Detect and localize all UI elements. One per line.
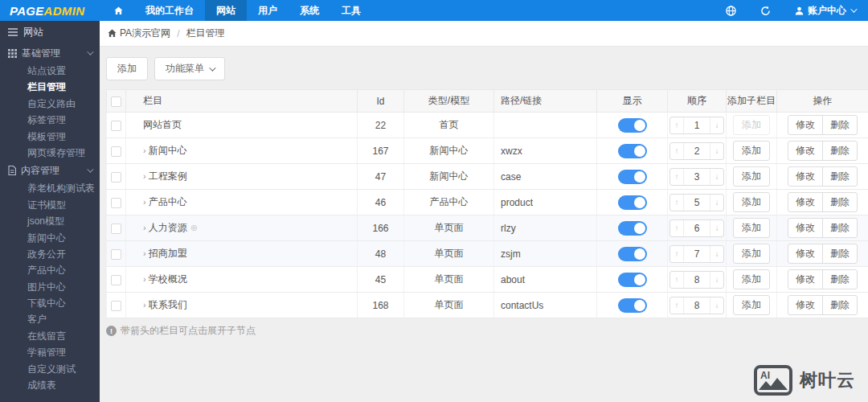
order-up-button[interactable]: ↑ [670,297,683,314]
account-menu[interactable]: 账户中心 [795,4,855,18]
expand-arrow-icon[interactable]: › [143,274,146,284]
nav-item-tools[interactable]: 工具 [330,0,372,21]
order-up-button[interactable]: ↑ [670,246,683,262]
order-up-button[interactable]: ↑ [670,117,683,133]
sidebar-item[interactable]: 证书模型 [0,197,100,213]
sidebar-item[interactable]: 产品中心 [0,262,100,278]
row-checkbox[interactable] [111,198,121,208]
sidebar-item[interactable]: 下载中心 [0,295,100,311]
sidebar-item[interactable]: 养老机构测试表 [0,180,100,196]
order-down-button[interactable]: ↓ [710,143,723,159]
order-input[interactable]: 6 [683,220,710,236]
add-child-button[interactable]: 添加 [733,192,770,212]
delete-button[interactable]: 删除 [822,270,857,289]
sidebar-item[interactable]: 客户 [0,311,100,327]
order-down-button[interactable]: ↓ [710,246,723,262]
add-child-button[interactable]: 添加 [733,166,770,187]
order-up-button[interactable]: ↑ [670,169,683,185]
visibility-toggle[interactable] [618,144,647,158]
visibility-toggle[interactable] [618,273,647,287]
delete-button[interactable]: 删除 [822,167,857,186]
add-button[interactable]: 添加 [106,57,148,80]
row-checkbox[interactable] [111,249,121,260]
sidebar-header-website[interactable]: 网站 [0,21,100,43]
edit-button[interactable]: 修改 [788,219,822,237]
sidebar-item[interactable]: 模板管理 [0,129,100,145]
sidebar-item[interactable]: 网页缓存管理 [0,145,100,161]
order-down-button[interactable]: ↓ [710,272,723,288]
refresh-icon[interactable] [760,6,771,16]
row-checkbox[interactable] [111,224,121,234]
sidebar-item[interactable]: 站点设置 [0,63,100,79]
order-up-button[interactable]: ↑ [670,272,683,288]
expand-arrow-icon[interactable]: › [143,300,146,310]
edit-button[interactable]: 修改 [788,296,822,314]
sidebar-item[interactable]: 图片中心 [0,279,100,295]
visibility-toggle[interactable] [618,221,647,236]
add-child-button[interactable]: 添加 [733,218,770,238]
nav-item-workbench[interactable]: 我的工作台 [134,0,205,21]
visibility-toggle[interactable] [618,195,647,210]
sidebar-group-0[interactable]: 基础管理 [0,43,100,63]
order-input[interactable]: 2 [683,143,710,159]
row-checkbox[interactable] [111,172,121,183]
order-input[interactable]: 8 [683,272,710,288]
order-up-button[interactable]: ↑ [670,220,683,236]
add-child-button[interactable]: 添加 [733,295,770,315]
visibility-toggle[interactable] [618,118,647,133]
order-down-button[interactable]: ↓ [710,117,723,133]
sidebar-item[interactable]: 栏目管理 [0,79,100,95]
sidebar-item[interactable]: 标签管理 [0,112,100,128]
sidebar-item[interactable]: 成绩表 [0,377,100,393]
nav-item-website[interactable]: 网站 [205,0,247,21]
nav-item-system[interactable]: 系统 [289,0,330,21]
delete-button[interactable]: 删除 [822,244,857,263]
edit-button[interactable]: 修改 [788,270,822,289]
expand-arrow-icon[interactable]: › [143,197,146,207]
order-up-button[interactable]: ↑ [670,195,683,211]
order-down-button[interactable]: ↓ [710,220,723,236]
app-logo[interactable]: PAGEADMIN [0,0,100,21]
order-input[interactable]: 8 [683,297,710,314]
order-down-button[interactable]: ↓ [710,195,723,211]
sidebar-item[interactable]: json模型 [0,213,100,229]
order-input[interactable]: 1 [683,117,710,133]
add-child-button[interactable]: 添加 [733,269,770,289]
row-checkbox[interactable] [111,121,121,131]
sidebar-item[interactable]: 新闻中心 [0,230,100,246]
visibility-toggle[interactable] [618,298,647,313]
breadcrumb-site[interactable]: PA演示官网 [120,27,170,40]
function-menu-button[interactable]: 功能菜单 [154,57,225,80]
nav-item-home[interactable] [103,0,134,21]
delete-button[interactable]: 删除 [822,193,857,211]
order-up-button[interactable]: ↑ [670,143,683,159]
sidebar-item[interactable]: 在线留言 [0,328,100,344]
edit-button[interactable]: 修改 [788,116,822,134]
delete-button[interactable]: 删除 [822,296,857,314]
visibility-toggle[interactable] [618,170,647,184]
globe-icon[interactable] [726,6,736,16]
order-input[interactable]: 7 [683,246,710,262]
delete-button[interactable]: 删除 [822,116,857,134]
add-child-button[interactable]: 添加 [733,141,770,161]
row-checkbox[interactable] [111,301,121,311]
row-checkbox[interactable] [111,275,121,285]
sidebar-group-1[interactable]: 内容管理 [0,161,100,180]
delete-button[interactable]: 删除 [822,219,857,237]
expand-arrow-icon[interactable]: › [143,248,146,258]
order-down-button[interactable]: ↓ [710,169,723,185]
expand-arrow-icon[interactable]: › [143,171,146,181]
edit-button[interactable]: 修改 [788,244,822,263]
nav-item-users[interactable]: 用户 [247,0,289,21]
add-child-button[interactable]: 添加 [733,244,770,264]
expand-arrow-icon[interactable]: › [143,223,146,232]
order-input[interactable]: 5 [683,195,710,211]
delete-button[interactable]: 删除 [822,142,857,160]
edit-button[interactable]: 修改 [788,142,822,160]
sidebar-item[interactable]: 政务公开 [0,246,100,262]
row-checkbox[interactable] [111,146,121,157]
sidebar-item[interactable]: 学籍管理 [0,344,100,360]
edit-button[interactable]: 修改 [788,193,822,211]
select-all-checkbox[interactable] [111,96,121,107]
order-down-button[interactable]: ↓ [710,297,723,314]
